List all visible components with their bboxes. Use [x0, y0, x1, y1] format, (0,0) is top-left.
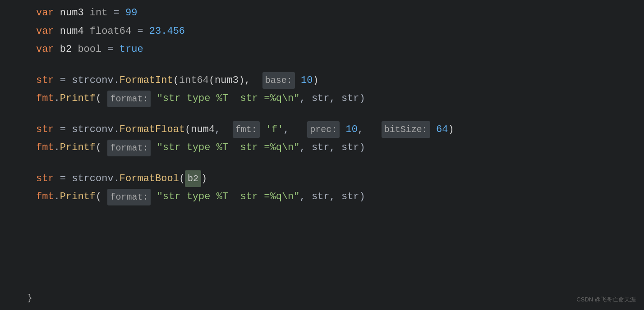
pkg-strconv-1: strconv — [72, 72, 113, 90]
equals-1: = — [107, 5, 125, 22]
var-num4: num4 — [54, 23, 90, 41]
hint-b2-highlighted: b2 — [185, 170, 201, 187]
dot-4: . — [54, 139, 60, 157]
code-line-7: fmt . Printf ( format: "str type %T str … — [36, 139, 608, 157]
code-line-4: str = strconv . FormatInt ( int64 ( num3… — [36, 72, 608, 90]
value-99: 99 — [125, 5, 137, 22]
paren-open-7: ( — [96, 188, 101, 206]
func-printf-2: Printf — [60, 139, 96, 157]
paren-open-1: ( — [173, 72, 179, 90]
args-1: , str, str) — [300, 90, 365, 108]
equals-5: = — [54, 121, 72, 139]
keyword-var-3: var — [36, 41, 54, 59]
space-3 — [151, 90, 156, 108]
paren-open-6: ( — [179, 170, 185, 188]
comma-3: , — [358, 121, 382, 139]
bottom-arrow-indicator: } — [27, 291, 32, 305]
equals-2: = — [131, 23, 149, 41]
space-9 — [101, 188, 107, 206]
paren-open-5: ( — [96, 139, 101, 157]
type-float64: float64 — [90, 23, 131, 41]
space-10 — [151, 188, 156, 206]
hint-format-label-2: format: — [107, 140, 151, 156]
value-true: true — [120, 41, 143, 59]
comma-1: , — [215, 121, 233, 139]
hint-prec-label: prec: — [307, 121, 340, 138]
pkg-fmt-3: fmt — [36, 188, 54, 206]
var-str-1: str — [36, 72, 54, 90]
code-line-3: var b2 bool = true — [36, 41, 608, 59]
value-23456: 23.456 — [149, 23, 185, 41]
type-int: int — [90, 5, 108, 22]
code-editor: var num3 int = 99 var num4 float64 = 23.… — [0, 0, 644, 216]
space-4 — [260, 121, 266, 139]
code-line-9: fmt . Printf ( format: "str type %T str … — [36, 188, 608, 206]
hint-base-label: base: — [262, 72, 295, 89]
value-f: 'f' — [266, 121, 284, 139]
value-64: 64 — [436, 121, 448, 139]
paren-close-1: ), — [239, 72, 262, 90]
paren-open-2: ( — [209, 72, 215, 90]
keyword-var: var — [36, 5, 54, 22]
space-6 — [430, 121, 436, 139]
paren-open-4: ( — [185, 121, 191, 139]
hint-bitsize-label: bitSize: — [382, 121, 430, 138]
hint-fmt-label: fmt: — [233, 121, 260, 138]
func-printf-3: Printf — [60, 188, 96, 206]
dot-5: . — [114, 170, 120, 188]
string-literal-3: "str type %T str =%q\n" — [157, 188, 300, 206]
dot-1: . — [114, 72, 120, 90]
type-bool: bool — [78, 41, 101, 59]
hint-format-label-1: format: — [107, 91, 151, 107]
equals-3: = — [101, 41, 120, 59]
keyword-var-2: var — [36, 23, 54, 41]
equals-4: = — [54, 72, 72, 90]
value-10-1: 10 — [301, 72, 313, 90]
var-num3: num3 — [54, 5, 90, 22]
pkg-fmt-1: fmt — [36, 90, 54, 108]
var-str-2: str — [36, 121, 54, 139]
space-7 — [101, 139, 107, 157]
space-5 — [340, 121, 345, 139]
func-formatbool: FormatBool — [120, 170, 179, 188]
dot-2: . — [54, 90, 60, 108]
spacer-2 — [36, 109, 608, 121]
hint-format-label-3: format: — [107, 189, 151, 205]
func-printf-1: Printf — [60, 90, 96, 108]
equals-6: = — [54, 170, 72, 188]
string-literal-1: "str type %T str =%q\n" — [157, 90, 300, 108]
watermark-text: CSDN @飞哥亡命天涯 — [576, 295, 636, 305]
pkg-fmt-2: fmt — [36, 139, 54, 157]
var-b2: b2 — [54, 41, 78, 59]
pkg-strconv-2: strconv — [72, 121, 113, 139]
dot-6: . — [54, 188, 60, 206]
space-1 — [295, 72, 301, 90]
paren-close-4: ) — [201, 170, 207, 188]
dot-3: . — [114, 121, 120, 139]
space-2 — [101, 90, 107, 108]
type-int64: int64 — [179, 72, 209, 90]
code-line-1: var num3 int = 99 — [36, 5, 608, 22]
arg-num4: num4 — [191, 121, 215, 139]
value-10-2: 10 — [346, 121, 358, 139]
code-line-5: fmt . Printf ( format: "str type %T str … — [36, 90, 608, 108]
code-line-2: var num4 float64 = 23.456 — [36, 23, 608, 41]
code-line-6: str = strconv . FormatFloat ( num4 , fmt… — [36, 121, 608, 139]
string-literal-2: "str type %T str =%q\n" — [157, 139, 300, 157]
func-formatfloat: FormatFloat — [120, 121, 185, 139]
paren-open-3: ( — [96, 90, 101, 108]
paren-close-3: ) — [448, 121, 454, 139]
arg-num3: num3 — [215, 72, 239, 90]
code-line-8: str = strconv . FormatBool ( b2 ) — [36, 170, 608, 188]
args-3: , str, str) — [300, 188, 365, 206]
spacer-3 — [36, 158, 608, 170]
paren-close-2: ) — [313, 72, 318, 90]
comma-2: , — [284, 121, 308, 139]
var-str-3: str — [36, 170, 54, 188]
spacer-1 — [36, 59, 608, 72]
args-2: , str, str) — [300, 139, 365, 157]
pkg-strconv-3: strconv — [72, 170, 113, 188]
space-8 — [151, 139, 156, 157]
func-formatint: FormatInt — [120, 72, 173, 90]
